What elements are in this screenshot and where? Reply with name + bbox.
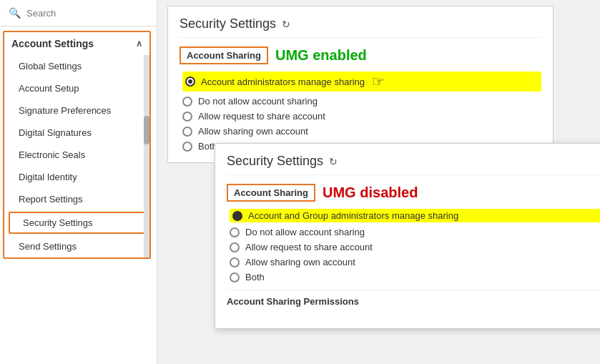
account-sharing-permissions-footer: Account Sharing Permissions [227,290,600,307]
radio-circle-bottom-0 [232,211,242,221]
radio-circle-bottom-1 [230,227,240,237]
radio-option-bottom-4[interactable]: Both [230,272,600,282]
scroll-track [144,55,149,257]
sidebar-item-global-settings[interactable]: Global Settings [4,55,149,77]
sidebar-item-account-setup[interactable]: Account Setup [4,77,149,99]
radio-dot-top-0 [188,79,192,84]
scroll-thumb[interactable] [144,116,149,144]
radio-options-top: Account administrators manage sharing ☞ … [182,72,541,152]
radio-option-bottom-0[interactable]: Account and Group administrators manage … [230,209,600,222]
sidebar-item-report-settings[interactable]: Report Settings [4,188,149,210]
radio-circle-top-3 [182,127,192,137]
radio-option-top-3[interactable]: Allow sharing own account [182,126,541,137]
panel-top-title: Security Settings ↻ [179,16,541,38]
sidebar: 🔍 Account Settings ∧ Global Settings Acc… [0,0,157,364]
search-bar: 🔍 [0,0,157,26]
radio-option-bottom-2[interactable]: Allow request to share account [230,242,600,252]
account-settings-header[interactable]: Account Settings ∧ [4,32,149,55]
panel-umg-disabled: Security Settings ↻ Account Sharing UMG … [215,143,600,329]
radio-circle-bottom-3 [230,257,240,267]
radio-circle-top-1 [182,97,192,107]
radio-circle-bottom-2 [230,242,240,252]
account-sharing-label-bottom: Account Sharing [227,184,315,202]
account-settings-section: Account Settings ∧ Global Settings Accou… [3,31,151,259]
search-icon: 🔍 [9,7,21,19]
radio-circle-bottom-4 [230,272,240,282]
umg-disabled-label: UMG disabled [323,185,418,201]
sidebar-item-digital-signatures[interactable]: Digital Signatures [4,122,149,144]
sidebar-item-digital-identity[interactable]: Digital Identity [4,166,149,188]
refresh-icon-bottom[interactable]: ↻ [329,156,338,167]
radio-circle-top-4 [182,142,192,152]
radio-circle-top-0 [185,77,195,87]
sidebar-scroll-area: Global Settings Account Setup Signature … [4,55,149,257]
radio-option-bottom-3[interactable]: Allow sharing own account [230,257,600,267]
panel-umg-enabled: Security Settings ↻ Account Sharing UMG … [167,6,554,163]
umg-enabled-label: UMG enabled [275,47,367,64]
cursor-hand-icon: ☞ [372,73,385,90]
radio-option-top-2[interactable]: Allow request to share account [182,111,541,122]
account-sharing-row-top: Account Sharing UMG enabled [179,46,541,64]
refresh-icon-top[interactable]: ↻ [282,19,290,30]
radio-option-top-0[interactable]: Account administrators manage sharing ☞ [182,72,541,92]
chevron-up-icon: ∧ [136,39,142,49]
panel-bottom-title: Security Settings ↻ [227,154,600,175]
account-sharing-label-top: Account Sharing [179,46,268,64]
radio-option-top-1[interactable]: Do not allow account sharing [182,96,541,107]
sidebar-item-send-settings[interactable]: Send Settings [4,235,149,257]
account-settings-label: Account Settings [11,38,94,49]
search-input[interactable] [26,8,148,19]
sidebar-item-signature-preferences[interactable]: Signature Preferences [4,99,149,122]
radio-option-bottom-1[interactable]: Do not allow account sharing [230,227,600,237]
radio-circle-top-2 [182,112,192,122]
account-sharing-row-bottom: Account Sharing UMG disabled [227,184,600,202]
sidebar-item-electronic-seals[interactable]: Electronic Seals [4,144,149,166]
main-content: Security Settings ↻ Account Sharing UMG … [157,0,600,364]
sidebar-item-security-settings[interactable]: Security Settings [9,212,145,234]
radio-options-bottom: Account and Group administrators manage … [230,209,600,282]
